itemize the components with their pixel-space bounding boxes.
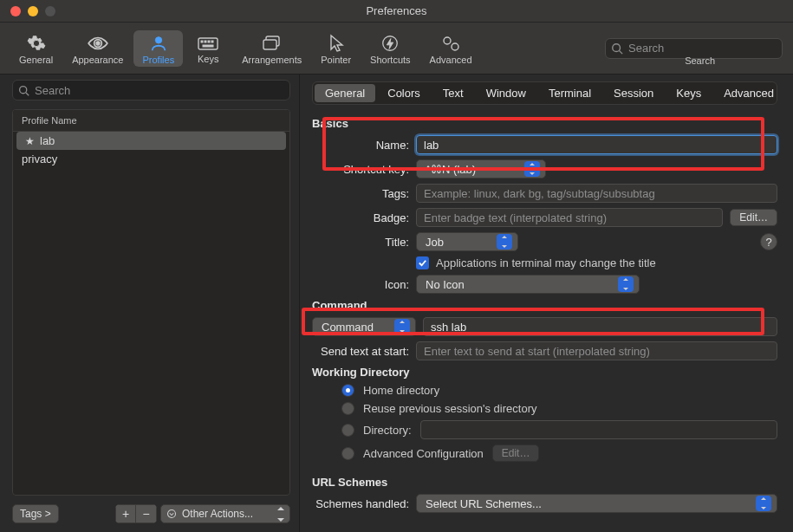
section-basics-title: Basics	[312, 117, 777, 130]
toolbar-appearance[interactable]: Appearance	[63, 30, 132, 67]
toolbar-label: Pointer	[321, 55, 351, 65]
badge-edit-button[interactable]: Edit…	[730, 209, 777, 226]
menu-icon	[166, 509, 177, 519]
bolt-icon	[380, 34, 400, 53]
radio-directory-label: Directory:	[363, 424, 412, 437]
apps-change-title-checkbox[interactable]	[416, 256, 429, 269]
toolbar-label: Shortcuts	[370, 55, 410, 65]
directory-input[interactable]	[420, 420, 777, 439]
tab-text[interactable]: Text	[432, 84, 474, 102]
command-input[interactable]	[423, 317, 777, 336]
tab-terminal[interactable]: Terminal	[538, 84, 601, 102]
badge-input[interactable]	[416, 208, 723, 227]
profile-row-lab[interactable]: ★ lab	[16, 132, 286, 150]
advanced-edit-button: Edit…	[492, 444, 540, 462]
section-command-title: Command	[312, 299, 777, 312]
toolbar-label: Keys	[198, 54, 218, 64]
toolbar-arrangements[interactable]: Arrangements	[233, 30, 310, 67]
label-badge: Badge:	[303, 211, 416, 224]
tab-window[interactable]: Window	[476, 84, 536, 102]
left-panel: Profile Name ★ lab privacy Tags > + −	[0, 75, 300, 532]
svg-rect-5	[208, 41, 210, 42]
tab-keys[interactable]: Keys	[666, 84, 712, 102]
toolbar-search-caption: Search	[685, 55, 715, 66]
toolbar-shortcuts[interactable]: Shortcuts	[361, 30, 419, 67]
svg-rect-6	[211, 41, 213, 42]
svg-point-15	[20, 86, 27, 93]
toolbar-advanced[interactable]: Advanced	[421, 30, 481, 67]
sendtext-input[interactable]	[416, 341, 777, 360]
profile-tabbar: General Colors Text Window Terminal Sess…	[312, 81, 777, 105]
window-title: Preferences	[0, 4, 793, 17]
profile-name: lab	[40, 134, 55, 147]
icon-popup[interactable]: No Icon	[416, 275, 640, 294]
gear-icon	[27, 34, 46, 53]
gears-icon	[440, 34, 461, 53]
svg-line-14	[620, 50, 623, 54]
toolbar-profiles[interactable]: Profiles	[133, 30, 183, 67]
profile-search-input[interactable]	[35, 84, 284, 97]
windows-icon	[262, 34, 283, 53]
profile-icon	[149, 34, 168, 53]
profile-row-privacy[interactable]: privacy	[13, 150, 289, 168]
preference-toolbar: General Appearance Profiles Keys Arrange…	[0, 23, 793, 75]
svg-point-0	[96, 41, 100, 44]
toolbar-label: Advanced	[430, 55, 472, 65]
svg-point-17	[168, 510, 176, 518]
tab-advanced[interactable]: Advanced	[713, 84, 784, 102]
radio-directory[interactable]	[341, 424, 354, 437]
name-input[interactable]	[416, 135, 777, 154]
svg-rect-2	[198, 38, 218, 49]
label-tags: Tags:	[303, 187, 416, 200]
remove-profile-button[interactable]: −	[136, 504, 157, 523]
label-sendtext: Send text at start:	[303, 345, 416, 358]
radio-home[interactable]	[341, 384, 354, 397]
radio-home-label: Home directory	[363, 384, 439, 397]
profile-name: privacy	[22, 152, 57, 165]
toolbar-label: Appearance	[72, 55, 123, 65]
toolbar-pointer[interactable]: Pointer	[312, 30, 360, 67]
search-icon	[611, 42, 623, 55]
star-icon: ★	[25, 135, 35, 147]
svg-point-1	[155, 36, 161, 42]
svg-point-12	[452, 43, 458, 50]
schemes-popup[interactable]: Select URL Schemes...	[416, 494, 777, 513]
svg-rect-4	[205, 41, 206, 42]
tab-general[interactable]: General	[315, 84, 375, 102]
title-popup[interactable]: Job	[416, 232, 518, 251]
profile-search[interactable]	[12, 80, 290, 101]
add-profile-button[interactable]: +	[115, 504, 136, 523]
icon-value: No Icon	[426, 278, 611, 291]
tags-button-label: Tags >	[20, 508, 51, 520]
tags-input[interactable]	[416, 184, 777, 203]
tab-colors[interactable]: Colors	[377, 84, 431, 102]
check-icon	[418, 258, 427, 268]
radio-reuse[interactable]	[341, 402, 354, 415]
profile-list-header[interactable]: Profile Name	[13, 110, 289, 132]
label-title: Title:	[303, 236, 416, 249]
toolbar-keys[interactable]: Keys	[185, 31, 231, 66]
tags-button[interactable]: Tags >	[12, 504, 59, 523]
tab-session[interactable]: Session	[603, 84, 664, 102]
form: Basics Name: Shortcut key: ^⌘N (lab) Tag…	[303, 117, 777, 513]
toolbar-search-input[interactable]	[623, 42, 777, 55]
add-remove-segment: + −	[115, 504, 157, 523]
command-type-value: Command	[322, 321, 387, 334]
toolbar-label: Profiles	[142, 55, 174, 65]
svg-rect-3	[201, 41, 203, 42]
svg-point-13	[613, 43, 621, 51]
svg-rect-9	[263, 40, 276, 49]
label-icon: Icon:	[303, 278, 416, 291]
title-value: Job	[426, 236, 490, 249]
other-actions-label: Other Actions...	[182, 508, 253, 520]
other-actions-dropdown[interactable]: Other Actions...	[160, 504, 290, 523]
command-type-popup[interactable]: Command	[312, 317, 416, 336]
shortcut-popup[interactable]: ^⌘N (lab)	[416, 159, 546, 178]
label-shortcut: Shortcut key:	[303, 163, 416, 176]
toolbar-general[interactable]: General	[10, 30, 62, 67]
help-button[interactable]: ?	[760, 233, 777, 250]
radio-advanced[interactable]	[341, 447, 354, 460]
svg-rect-7	[203, 45, 213, 47]
label-name: Name:	[303, 139, 416, 152]
apps-change-title-label: Applications in terminal may change the …	[436, 256, 656, 269]
